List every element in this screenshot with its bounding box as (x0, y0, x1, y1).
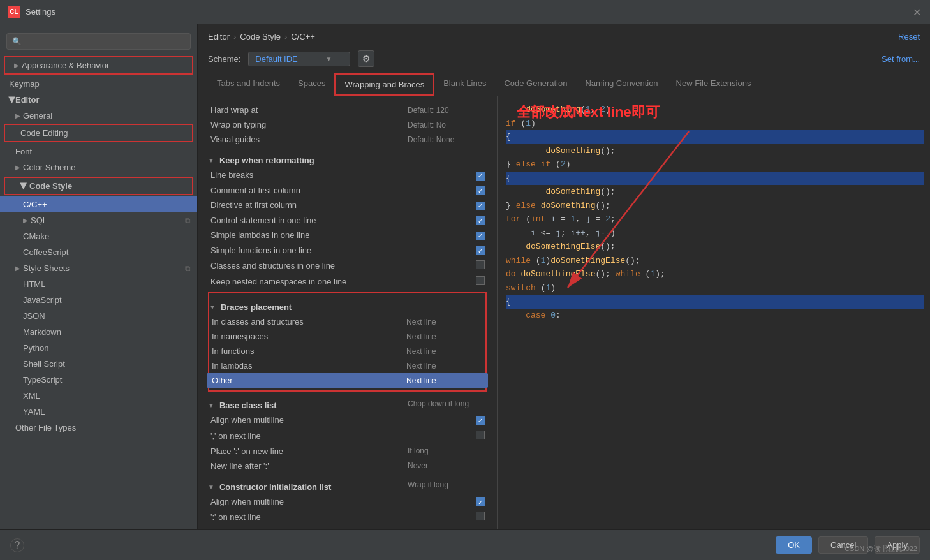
settings-content: Hard wrap at Default: 120 Wrap on typing… (198, 96, 497, 529)
comment-first-col-row: Comment at first column (208, 183, 487, 198)
base-new-line-after-colon-row: New line after ':' Never (208, 459, 487, 473)
constructor-init-label: ▼ Constructor initialization list (208, 482, 397, 492)
code-line-1: if (1) (506, 117, 924, 131)
code-line-5: { (506, 172, 924, 186)
breadcrumb-cpp: C/C++ (291, 32, 315, 41)
breadcrumb-code-style: Code Style (240, 32, 281, 41)
sidebar-item-coffeescript[interactable]: CoffeeScript (0, 244, 197, 260)
sidebar-item-xml[interactable]: XML (0, 388, 197, 404)
scheme-label: Scheme: (208, 54, 240, 64)
sidebar-item-code-style[interactable]: ▶ Code Style (4, 177, 193, 195)
sidebar-item-color-scheme[interactable]: ▶ Color Scheme (0, 159, 197, 175)
code-line-7: } else doSomething(); (506, 199, 924, 213)
scheme-dropdown[interactable]: Default IDE ▼ (248, 52, 350, 66)
simple-functions-checkbox[interactable] (476, 246, 485, 255)
tab-code-generation[interactable]: Code Generation (495, 73, 576, 96)
braces-classes-label: In classes and structures (209, 317, 396, 327)
tabs-bar: Tabs and Indents Spaces Wrapping and Bra… (198, 73, 930, 96)
tab-wrapping-braces[interactable]: Wrapping and Braces (334, 73, 434, 96)
sidebar-item-javascript[interactable]: JavaScript (0, 292, 197, 308)
directive-first-col-label: Directive at first column (208, 200, 474, 210)
classes-structures-checkbox[interactable] (476, 260, 485, 269)
visual-guides-row: Visual guides Default: None (208, 132, 487, 147)
sidebar-item-font[interactable]: Font (0, 144, 197, 159)
sidebar-item-python[interactable]: Python (0, 340, 197, 356)
sidebar-item-cmake[interactable]: CMake (0, 228, 197, 244)
sidebar-item-general[interactable]: ▶ General (0, 108, 197, 124)
ok-button[interactable]: OK (776, 536, 812, 554)
scheme-gear-button[interactable]: ⚙ (358, 50, 374, 67)
keep-reformatting-section[interactable]: ▼ Keep when reformatting (208, 149, 487, 168)
sidebar-item-typescript[interactable]: TypeScript (0, 372, 197, 388)
sidebar-item-code-editing[interactable]: Code Editing (4, 124, 193, 142)
section-arrow-braces: ▼ (209, 304, 216, 311)
arrow-icon-color-scheme: ▶ (15, 164, 20, 171)
sidebar-item-keymap[interactable]: Keymap (0, 76, 197, 92)
search-input[interactable]: 🔍 (6, 33, 191, 50)
base-comma-next-line-checkbox[interactable] (476, 431, 485, 439)
content-area: Editor › Code Style › C/C++ Reset Scheme… (198, 24, 930, 529)
nested-namespaces-checkbox[interactable] (476, 276, 485, 285)
ctor-colon-next-line-label: ':' on next line (208, 512, 474, 522)
braces-functions-value[interactable]: Next line (396, 347, 485, 356)
braces-lambdas-value[interactable]: Next line (396, 362, 485, 371)
window-title: Settings (26, 7, 55, 17)
sidebar-item-style-sheets[interactable]: ▶ Style Sheets ⧉ (0, 260, 197, 276)
sidebar-item-yaml[interactable]: YAML (0, 404, 197, 420)
sidebar-item-editor[interactable]: ▶ Editor (0, 92, 197, 108)
sidebar-item-other-file-types[interactable]: Other File Types (0, 420, 197, 436)
base-new-line-after-colon-label: New line after ':' (208, 461, 397, 471)
ctor-align-multiline-checkbox[interactable] (476, 497, 485, 506)
braces-other-value[interactable]: Next line (396, 376, 485, 385)
sidebar-item-shell-script[interactable]: Shell Script (0, 356, 197, 372)
base-colon-new-line-value[interactable]: If long (397, 446, 487, 455)
base-new-line-after-colon-value[interactable]: Never (397, 461, 487, 470)
set-from-link[interactable]: Set from... (882, 54, 920, 64)
braces-other-row[interactable]: Other Next line (207, 373, 488, 388)
base-align-multiline-checkbox[interactable] (476, 416, 485, 425)
sidebar-item-markdown[interactable]: Markdown (0, 324, 197, 340)
tab-tabs-indents[interactable]: Tabs and Indents (208, 73, 289, 96)
comment-first-col-checkbox[interactable] (476, 186, 485, 195)
line-breaks-checkbox[interactable] (476, 172, 485, 181)
sidebar-item-html[interactable]: HTML (0, 276, 197, 292)
code-line-13: switch (1) (506, 281, 924, 295)
constructor-init-section[interactable]: ▼ Constructor initialization list Wrap i… (208, 476, 487, 494)
ctor-colon-next-line-checkbox[interactable] (476, 512, 485, 520)
sidebar-item-sql[interactable]: ▶ SQL ⧉ (0, 212, 197, 228)
simple-lambdas-row: Simple lambdas in one line (208, 228, 487, 243)
braces-classes-value[interactable]: Next line (396, 318, 485, 327)
code-preview: doSomething(1, 2); if (1) { doSomething(… (498, 96, 930, 327)
sidebar-item-label: HTML (23, 279, 45, 289)
bottom-bar: ? OK Cancel Apply CSDN @读书杠机2022 (0, 529, 930, 560)
sidebar-item-cpp[interactable]: C/C++ (0, 196, 197, 212)
sidebar-item-label: Style Sheets (23, 263, 70, 273)
help-icon[interactable]: ? (10, 538, 24, 552)
sidebar-item-json[interactable]: JSON (0, 308, 197, 324)
base-class-section[interactable]: ▼ Base class list Chop down if long (208, 394, 487, 413)
scheme-value: Default IDE (255, 54, 297, 64)
close-button[interactable]: ✕ (913, 6, 921, 18)
tab-new-file-extensions[interactable]: New File Extensions (667, 73, 760, 96)
settings-panel: Hard wrap at Default: 120 Wrap on typing… (198, 96, 498, 529)
simple-lambdas-checkbox[interactable] (476, 232, 485, 240)
wrap-typing-label: Wrap on typing (208, 120, 397, 129)
sidebar-item-appearance[interactable]: ▶ Appearance & Behavior (4, 56, 193, 75)
sidebar-item-label: Keymap (9, 79, 40, 89)
ctor-align-multiline-label: Align when multiline (208, 497, 474, 506)
braces-classes-row: In classes and structures Next line (209, 314, 485, 329)
sidebar-item-label: General (23, 111, 52, 121)
reset-button[interactable]: Reset (898, 32, 920, 41)
control-stmt-checkbox[interactable] (476, 216, 485, 225)
tab-spaces[interactable]: Spaces (289, 73, 334, 96)
nested-namespaces-row: Keep nested namespaces in one line (208, 274, 487, 290)
tab-blank-lines[interactable]: Blank Lines (434, 73, 495, 96)
sidebar-item-label: CoffeeScript (23, 247, 68, 257)
sidebar-item-label: Shell Script (23, 359, 65, 369)
directive-first-col-checkbox[interactable] (476, 202, 485, 210)
copy-icon-sql: ⧉ (185, 216, 191, 225)
tab-naming-convention[interactable]: Naming Convention (576, 73, 667, 96)
braces-namespaces-value[interactable]: Next line (396, 332, 485, 341)
sidebar-item-label: Editor (15, 95, 40, 105)
braces-placement-section[interactable]: ▼ Braces placement (209, 296, 485, 314)
